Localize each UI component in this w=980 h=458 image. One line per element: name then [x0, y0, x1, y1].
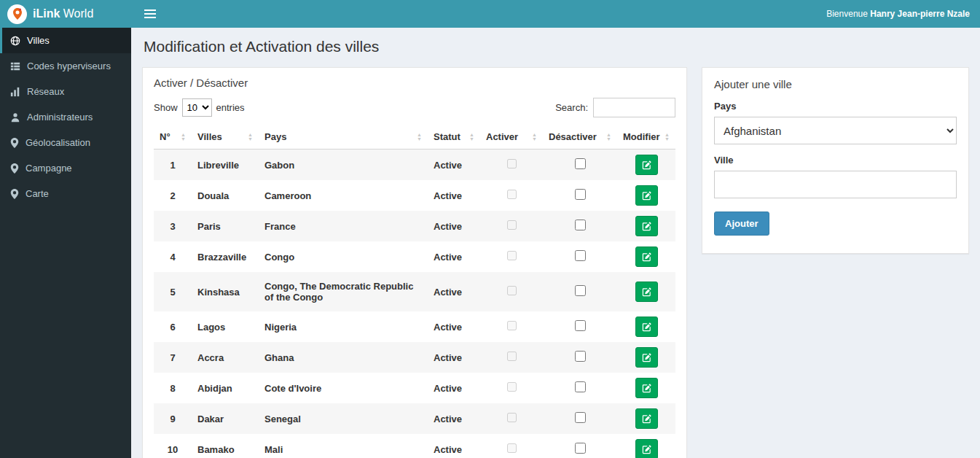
entries-label: entries [216, 102, 245, 113]
column-header-num[interactable]: ▲▼N° [154, 125, 192, 150]
sidebar-item-label: Réseaux [27, 86, 64, 97]
search-input[interactable] [593, 98, 675, 117]
edit-icon [642, 191, 651, 201]
modifier-button[interactable] [635, 439, 658, 458]
row-number: 6 [154, 311, 192, 342]
column-label: Villes [197, 131, 222, 142]
modifier-button[interactable] [635, 317, 658, 337]
sidebar-item-label: Carte [26, 188, 49, 199]
activer-checkbox[interactable] [507, 251, 517, 260]
column-label: N° [160, 131, 170, 142]
modifier-button[interactable] [635, 155, 658, 175]
row-number: 3 [154, 211, 192, 241]
entries-select[interactable]: 10 [182, 98, 212, 117]
search-control: Search: [555, 98, 675, 117]
activer-checkbox[interactable] [507, 443, 517, 453]
desactiver-checkbox[interactable] [575, 381, 586, 392]
modifier-button[interactable] [635, 216, 658, 236]
desactiver-checkbox[interactable] [575, 189, 586, 200]
row-number: 10 [154, 434, 192, 458]
app-logo [7, 4, 27, 24]
sidebar-item-reseaux[interactable]: Réseaux [0, 79, 131, 104]
ajouter-button[interactable]: Ajouter [714, 211, 769, 236]
activer-checkbox[interactable] [507, 382, 517, 392]
modifier-button[interactable] [635, 408, 658, 429]
column-header-activer[interactable]: ▲▼Activer [480, 125, 543, 150]
brand-rest: World [63, 7, 94, 20]
modifier-button[interactable] [635, 185, 658, 206]
sidebar-item-geolocalisation[interactable]: Géolocalisation [0, 130, 131, 155]
entries-length-control: Show 10 entries [154, 98, 245, 117]
desactiver-checkbox[interactable] [575, 443, 586, 454]
desactiver-checkbox[interactable] [575, 412, 586, 423]
table-panel-title: Activer / Désactiver [154, 77, 675, 89]
table-row: 9 Dakar Senegal Active [154, 403, 675, 434]
row-pays: Nigeria [259, 311, 428, 342]
modifier-button[interactable] [635, 378, 658, 398]
edit-icon [642, 160, 651, 170]
row-statut: Active [428, 241, 480, 272]
column-header-villes[interactable]: ▲▼Villes [192, 125, 259, 150]
modifier-button[interactable] [635, 247, 658, 267]
sidebar-item-administrateurs[interactable]: Administrateurs [0, 104, 131, 130]
add-city-panel: Ajouter une ville Pays Afghanistan Ville… [702, 67, 969, 254]
sidebar-item-codes-hyperviseurs[interactable]: Codes hyperviseurs [0, 53, 131, 79]
sidebar-item-carte[interactable]: Carte [0, 181, 131, 206]
map-marker-icon [10, 138, 19, 148]
row-number: 5 [154, 272, 192, 311]
user-icon [10, 112, 20, 123]
row-pays: Congo [259, 241, 428, 272]
row-ville: Accra [192, 342, 259, 373]
villes-table-body: 1 Libreville Gabon Active 2 Douala Camer… [154, 150, 675, 458]
row-ville: Lagos [192, 311, 259, 342]
column-label: Pays [264, 131, 286, 142]
desactiver-checkbox[interactable] [575, 250, 586, 261]
row-number: 2 [154, 180, 192, 211]
row-statut: Active [428, 373, 480, 403]
activer-checkbox[interactable] [507, 159, 517, 168]
column-header-modifier[interactable]: ▲▼Modifier [617, 125, 675, 150]
pays-select[interactable]: Afghanistan [714, 117, 957, 144]
activer-checkbox[interactable] [507, 190, 517, 199]
row-statut: Active [428, 211, 480, 241]
activer-checkbox[interactable] [507, 413, 517, 422]
desactiver-checkbox[interactable] [575, 351, 586, 362]
welcome-user-name: Hanry Jean-pierre Nzale [870, 9, 970, 19]
sidebar-item-villes[interactable]: Villes [0, 28, 131, 53]
table-row: 7 Accra Ghana Active [154, 342, 675, 373]
brand-bold: iLink [33, 7, 60, 20]
activer-checkbox[interactable] [507, 321, 517, 330]
row-statut: Active [428, 403, 480, 434]
row-ville: Kinshasa [192, 272, 259, 311]
desactiver-checkbox[interactable] [575, 285, 586, 296]
modifier-button[interactable] [635, 282, 658, 302]
topbar: Bienvenue Hanry Jean-pierre Nzale [131, 0, 980, 28]
row-ville: Douala [192, 180, 259, 211]
row-pays: Cameroon [259, 180, 428, 211]
sidebar-item-campagne[interactable]: Campagne [0, 155, 131, 181]
add-panel-title: Ajouter une ville [714, 78, 957, 90]
desactiver-checkbox[interactable] [575, 158, 586, 169]
activation-panel: Activer / Désactiver Show 10 entries Sea… [142, 67, 687, 458]
desactiver-checkbox[interactable] [575, 320, 586, 331]
row-ville: Abidjan [192, 373, 259, 403]
edit-icon [642, 445, 651, 454]
activer-checkbox[interactable] [507, 352, 517, 361]
column-header-desactiver[interactable]: ▲▼Désactiver [543, 125, 617, 150]
ville-input[interactable] [714, 171, 957, 198]
column-header-pays[interactable]: ▲▼Pays [259, 125, 428, 150]
table-row: 2 Douala Cameroon Active [154, 180, 675, 211]
row-statut: Active [428, 342, 480, 373]
menu-toggle-button[interactable] [141, 5, 159, 23]
edit-icon [642, 287, 651, 297]
activer-checkbox[interactable] [507, 286, 517, 295]
desactiver-checkbox[interactable] [575, 220, 586, 230]
pays-label: Pays [714, 101, 957, 112]
sort-icon: ▲▼ [532, 133, 537, 141]
activer-checkbox[interactable] [507, 220, 517, 230]
row-number: 7 [154, 342, 192, 373]
modifier-button[interactable] [635, 347, 658, 368]
sidebar-item-label: Codes hyperviseurs [27, 61, 111, 71]
column-header-statut[interactable]: ▲▼Statut [428, 125, 480, 150]
column-label: Statut [434, 131, 460, 142]
